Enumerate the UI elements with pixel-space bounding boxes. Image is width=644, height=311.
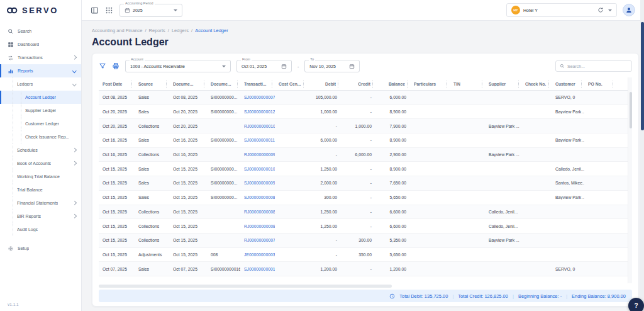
column-menu-icon[interactable] bbox=[581, 81, 583, 88]
column-header-customer[interactable]: Customer bbox=[552, 77, 584, 90]
column-header-tin[interactable]: TIN bbox=[450, 77, 485, 90]
column-menu-icon[interactable] bbox=[237, 81, 239, 88]
grid-vertical-scrollbar-thumb[interactable] bbox=[630, 92, 632, 128]
cell-transacti[interactable]: SJ00000000009 bbox=[240, 181, 275, 185]
table-row[interactable]: Oct 20, 2025SalesOct 20, 2025SI00000000.… bbox=[99, 105, 628, 120]
column-header-docume[interactable]: Docume... bbox=[207, 77, 240, 90]
column-header-balance[interactable]: Balance bbox=[375, 77, 410, 90]
table-row[interactable]: Oct 15, 2025SalesOct 15, 2025SI00000000.… bbox=[99, 162, 628, 176]
table-row[interactable]: Oct 20, 2025CollectionsOct 20, 2025RJ000… bbox=[99, 119, 628, 133]
window-scrollbar[interactable] bbox=[640, 0, 644, 311]
sidebar-item-audit-logs[interactable]: Audit Logs bbox=[0, 223, 81, 236]
cell-transacti[interactable]: RJ00000000008 bbox=[240, 224, 275, 229]
column-header-credit[interactable]: Credit bbox=[341, 77, 375, 90]
table-row[interactable]: Oct 15, 2025CollectionsOct 15, 2025RJ000… bbox=[99, 219, 628, 234]
sidebar-item-book-of-accounts[interactable]: Book of Accounts bbox=[0, 157, 81, 170]
account-select[interactable]: Account 1003 - Accounts Receivable bbox=[125, 60, 231, 72]
help-button[interactable]: ? bbox=[628, 298, 644, 311]
sidebar-item-working-trial-balance[interactable]: Working Trial Balance bbox=[0, 170, 81, 183]
refresh-icon[interactable] bbox=[597, 7, 604, 13]
cell-transacti[interactable]: SJ00000000012 bbox=[240, 110, 275, 114]
brand-logo[interactable]: SERVO bbox=[0, 0, 81, 21]
table-row[interactable]: Oct 15, 2025CollectionsOct 15, 2025RJ000… bbox=[99, 234, 628, 248]
cell-transacti[interactable]: JE00000000003 bbox=[240, 252, 275, 257]
column-header-post-date[interactable]: Post Date bbox=[99, 77, 135, 90]
search-icon bbox=[560, 64, 565, 69]
sidebar-item-dashboard[interactable]: Dashboard bbox=[0, 38, 81, 51]
column-header-debit[interactable]: Debit bbox=[306, 77, 341, 90]
grid-horizontal-scrollbar[interactable] bbox=[99, 285, 632, 288]
column-menu-icon[interactable] bbox=[131, 81, 133, 88]
to-date-input[interactable]: To Nov 10, 2025 bbox=[304, 60, 360, 72]
calendar-icon[interactable] bbox=[281, 64, 287, 69]
cell-transacti[interactable]: SJ00000000008 bbox=[240, 195, 275, 200]
column-header-supplier[interactable]: Supplier bbox=[485, 77, 521, 90]
sidebar-item-search[interactable]: Search bbox=[0, 25, 81, 38]
cell-transacti[interactable]: RJ00000000008 bbox=[240, 210, 275, 214]
filter-icon[interactable] bbox=[99, 62, 106, 70]
column-menu-icon[interactable] bbox=[303, 81, 305, 88]
breadcrumb-item-reports[interactable]: Reports bbox=[149, 28, 165, 33]
column-header-particulars[interactable]: Particulars bbox=[410, 77, 450, 90]
print-icon[interactable] bbox=[112, 62, 119, 70]
breadcrumb-item-ledgers[interactable]: Ledgers bbox=[172, 28, 189, 33]
sidebar-item-ledgers[interactable]: Ledgers bbox=[0, 77, 81, 91]
accounting-period-select[interactable]: Accounting Period 2025 bbox=[119, 4, 182, 17]
grid-vertical-scrollbar[interactable] bbox=[628, 77, 632, 283]
column-header-check-no[interactable]: Check No. bbox=[521, 77, 552, 90]
table-row[interactable]: Oct 15, 2025CollectionsOct 15, 2025RJ000… bbox=[99, 205, 628, 220]
cell-transacti[interactable]: RJ00000000010 bbox=[240, 124, 275, 128]
column-menu-icon[interactable] bbox=[613, 81, 614, 88]
column-menu-icon[interactable] bbox=[372, 81, 374, 88]
column-header-docume[interactable]: Docume... bbox=[169, 77, 207, 90]
cell-transacti[interactable]: SJ00000000007 bbox=[240, 95, 275, 99]
column-menu-icon[interactable] bbox=[518, 81, 520, 88]
table-row[interactable]: Oct 15, 2025AdjustmentsOct 15, 2025008JE… bbox=[99, 248, 628, 263]
table-row[interactable]: Oct 16, 2025CollectionsOct 16, 2025RJ000… bbox=[99, 148, 628, 162]
column-menu-icon[interactable] bbox=[482, 81, 484, 88]
sidebar-item-account-ledger[interactable]: Account Ledger bbox=[0, 91, 81, 104]
sidebar-item-reports[interactable]: Reports bbox=[0, 64, 81, 77]
cell-transacti[interactable]: SJ00000000001 bbox=[240, 267, 275, 271]
column-header-po-no[interactable]: PO No. bbox=[584, 77, 616, 90]
column-menu-icon[interactable] bbox=[166, 81, 168, 88]
column-menu-icon[interactable] bbox=[407, 81, 409, 88]
sidebar-item-check-issuance-rep[interactable]: Check Issuance Rep... bbox=[0, 130, 81, 144]
sidebar-item-financial-statements[interactable]: Financial Statements bbox=[0, 196, 81, 210]
apps-grid-icon[interactable] bbox=[105, 6, 113, 14]
tenant-select[interactable]: HY Hotel Y bbox=[506, 3, 617, 17]
cell-transacti[interactable]: SJ00000000011 bbox=[240, 138, 275, 142]
column-menu-icon[interactable] bbox=[338, 81, 340, 88]
sidebar-item-schedules[interactable]: Schedules bbox=[0, 144, 81, 157]
table-row[interactable]: Oct 08, 2025SalesOct 08, 2025SI00000000.… bbox=[99, 91, 628, 105]
sidebar-item-transactions[interactable]: Transactions bbox=[0, 51, 81, 64]
breadcrumb-item-account-ledger[interactable]: Account Ledger bbox=[195, 28, 228, 33]
sidebar-item-bir-reports[interactable]: BIR Reports bbox=[0, 210, 81, 223]
window-scrollbar-thumb[interactable] bbox=[641, 22, 644, 130]
column-menu-icon[interactable] bbox=[447, 81, 448, 88]
sidebar-item-trial-balance[interactable]: Trial Balance bbox=[0, 183, 81, 196]
column-menu-icon[interactable] bbox=[548, 81, 550, 88]
column-header-transacti[interactable]: Transacti... bbox=[240, 77, 275, 90]
user-avatar[interactable] bbox=[623, 4, 635, 16]
cell-transacti[interactable]: RJ00000000009 bbox=[240, 152, 275, 157]
sidebar-item-customer-ledger[interactable]: Customer Ledger bbox=[0, 117, 81, 130]
panel-toggle-icon[interactable] bbox=[91, 6, 99, 14]
search-input[interactable] bbox=[567, 64, 628, 69]
cell-transacti[interactable]: SJ00000000010 bbox=[240, 167, 275, 171]
column-header-cost-cen[interactable]: Cost Cen... bbox=[275, 77, 306, 90]
calendar-icon[interactable] bbox=[349, 64, 355, 69]
table-row[interactable]: Oct 07, 2025SalesOct 07, 2025SI000000000… bbox=[99, 262, 628, 276]
grid-horizontal-scrollbar-thumb[interactable] bbox=[99, 285, 392, 288]
sidebar-item-supplier-ledger[interactable]: Supplier Ledger bbox=[0, 104, 81, 117]
cell-transacti[interactable]: RJ00000000007 bbox=[240, 238, 275, 242]
table-row[interactable]: Oct 15, 2025SalesOct 15, 2025SI00000000.… bbox=[99, 176, 628, 191]
from-date-input[interactable]: From Oct 01, 2025 bbox=[236, 60, 292, 72]
sidebar-item-setup[interactable]: Setup bbox=[0, 242, 81, 255]
table-row[interactable]: Oct 16, 2025SalesOct 16, 2025SI00000000.… bbox=[99, 133, 628, 148]
table-row[interactable]: Oct 15, 2025SalesOct 15, 2025SI00000000.… bbox=[99, 191, 628, 205]
column-header-source[interactable]: Source bbox=[135, 77, 169, 90]
breadcrumb-item-accounting-and-finance[interactable]: Accounting and Finance bbox=[92, 28, 142, 33]
column-menu-icon[interactable] bbox=[272, 81, 274, 88]
column-menu-icon[interactable] bbox=[204, 81, 206, 88]
